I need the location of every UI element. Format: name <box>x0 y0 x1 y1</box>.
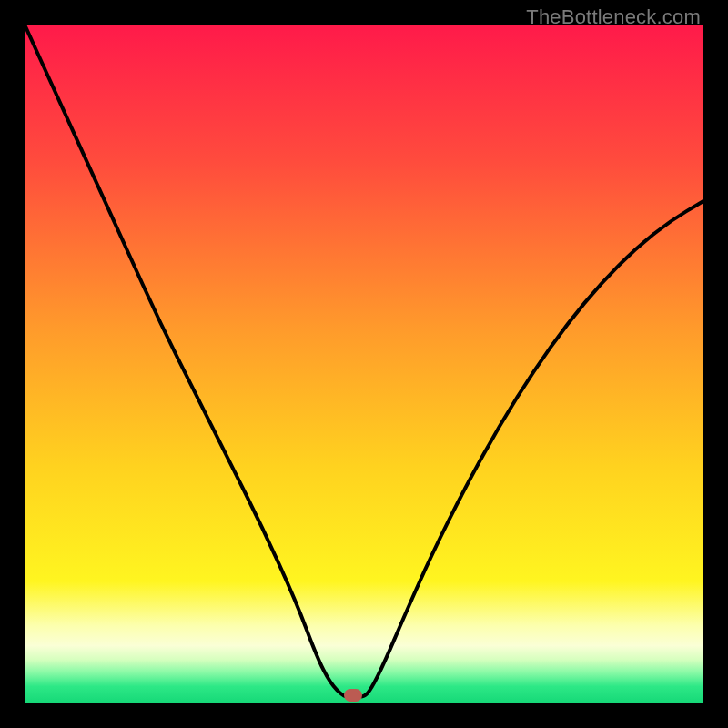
plot-area <box>25 25 703 703</box>
chart-frame: TheBottleneck.com <box>0 0 728 728</box>
optimal-point-marker <box>344 689 362 702</box>
bottleneck-curve <box>25 25 703 703</box>
